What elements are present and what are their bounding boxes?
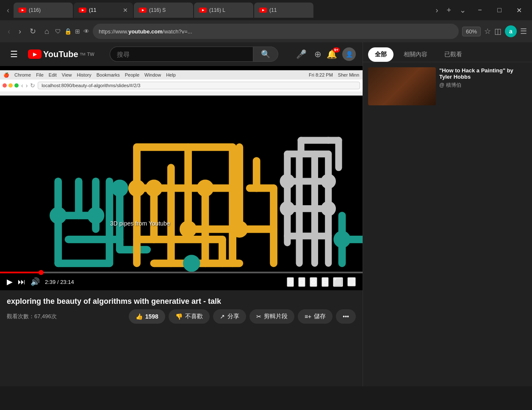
maximize-btn[interactable]: □ bbox=[490, 3, 509, 18]
play-pause-btn[interactable]: ▶ bbox=[7, 277, 13, 286]
url-text: https://www.youtube.com/watch?v=... bbox=[99, 28, 453, 35]
volume-btn[interactable]: 🔊 bbox=[30, 277, 40, 286]
autoplay-btn[interactable]: ⊙ bbox=[287, 277, 294, 287]
save-label: 儲存 bbox=[314, 313, 326, 320]
svg-point-35 bbox=[149, 183, 159, 193]
save-button[interactable]: ≡+ 儲存 bbox=[298, 309, 332, 324]
tab-2-close[interactable]: ✕ bbox=[123, 7, 128, 14]
nested-chrome-menu: Chrome bbox=[14, 72, 31, 77]
new-tab-btn[interactable]: + bbox=[443, 4, 454, 17]
video-frame: 🍎 Chrome File Edit View History Bookmark… bbox=[0, 66, 363, 290]
nested-file-menu: File bbox=[36, 72, 44, 77]
nested-help-menu: Help bbox=[166, 72, 176, 77]
maximize-dot bbox=[14, 83, 19, 88]
minimize-btn[interactable]: − bbox=[470, 3, 490, 18]
back-btn[interactable]: ‹ bbox=[5, 25, 13, 38]
sidebar-tab-all[interactable]: 全部 bbox=[368, 47, 393, 62]
forward-btn[interactable]: › bbox=[16, 25, 24, 38]
security-icons: 🛡 🔒 ⊞ 👁 bbox=[55, 28, 89, 35]
nested-history-menu: History bbox=[77, 72, 91, 77]
user-avatar[interactable]: 👤 bbox=[342, 47, 356, 61]
browser-chrome: ‹ (116) (11 ✕ (116) S (116) L (11 bbox=[0, 0, 532, 42]
sidebar-tab-related[interactable]: 相關內容 bbox=[397, 47, 434, 62]
nested-back-btn: ‹ bbox=[21, 82, 23, 89]
tab-4[interactable]: (116) L bbox=[194, 3, 253, 18]
subtitles-btn[interactable]: ⊡ bbox=[298, 277, 305, 287]
youtube-logo[interactable]: YouTube TM TW bbox=[28, 50, 94, 59]
share-button[interactable]: ↗ 分享 bbox=[213, 309, 246, 324]
shield-icon: 🛡 bbox=[55, 28, 61, 35]
nested-menu-bar: 🍎 Chrome File Edit View History Bookmark… bbox=[0, 70, 363, 80]
account-icon[interactable]: a bbox=[505, 25, 517, 37]
tab-2[interactable]: (11 ✕ bbox=[74, 3, 133, 18]
youtube-logo-icon bbox=[28, 50, 42, 59]
rec-title: "How to Hack a Painting" by Tyler Hobbs bbox=[439, 67, 527, 80]
like-button[interactable]: 👍 1598 bbox=[129, 309, 165, 324]
notifications-btn[interactable]: 🔔 9+ bbox=[327, 49, 337, 59]
svg-point-47 bbox=[283, 204, 291, 212]
create-icon: ⊕ bbox=[314, 49, 321, 59]
share-icon: ↗ bbox=[220, 313, 225, 320]
settings-btn[interactable]: ⚙ bbox=[310, 277, 317, 287]
tab-1-label: (116) bbox=[29, 7, 41, 13]
close-dot bbox=[3, 83, 7, 88]
tab-3[interactable]: (116) S bbox=[134, 3, 193, 18]
hamburger-menu[interactable]: ☰ bbox=[7, 46, 21, 63]
tab-list-btn[interactable]: ⌄ bbox=[456, 4, 469, 17]
youtube-tm: TM bbox=[80, 52, 86, 56]
nested-edit-menu: Edit bbox=[49, 72, 57, 77]
svg-point-49 bbox=[324, 204, 332, 212]
clip-label: 剪輯片段 bbox=[264, 313, 288, 320]
menu-icon[interactable]: ☰ bbox=[520, 27, 527, 36]
youtube-header: ☰ YouTube TM TW 🔍 🎤 ⊕ 🔔 9+ � bbox=[0, 42, 363, 66]
svg-point-33 bbox=[183, 224, 193, 234]
bookmark-icon[interactable]: ☆ bbox=[484, 27, 491, 36]
tab-scroll-right[interactable]: › bbox=[432, 4, 441, 17]
pocket-icon[interactable]: ◫ bbox=[494, 27, 502, 36]
theater-btn[interactable]: ⬜ bbox=[333, 277, 343, 287]
video-watermark: 3D pipes from Youtube bbox=[110, 220, 170, 227]
nested-time: Fri 8:22 PM bbox=[309, 72, 333, 77]
tab-1-yt-icon bbox=[19, 8, 26, 13]
video-controls: ▶ ⏭ 🔊 2:39 / 23:14 ⊙ ⊡ ⚙ ⊟ ⬜ ⛶ bbox=[0, 273, 363, 290]
video-player[interactable]: 🍎 Chrome File Edit View History Bookmark… bbox=[0, 66, 363, 290]
minimize-dot bbox=[8, 83, 13, 88]
refresh-btn[interactable]: ↻ bbox=[27, 25, 39, 38]
nested-window-menu: Window bbox=[144, 72, 161, 77]
tracking-icon: 👁 bbox=[83, 28, 89, 35]
close-btn[interactable]: ✕ bbox=[509, 3, 529, 18]
fullscreen-btn[interactable]: ⛶ bbox=[347, 277, 356, 286]
zoom-level[interactable]: 60% bbox=[462, 27, 481, 36]
next-btn[interactable]: ⏭ bbox=[18, 278, 25, 286]
video-content: 🍎 Chrome File Edit View History Bookmark… bbox=[0, 66, 363, 290]
nested-user: Sher Minn bbox=[338, 72, 359, 77]
miniplayer-btn[interactable]: ⊟ bbox=[321, 277, 329, 287]
more-button[interactable]: ••• bbox=[336, 309, 356, 324]
youtube-app: ☰ YouTube TM TW 🔍 🎤 ⊕ 🔔 9+ � bbox=[0, 42, 532, 386]
recommendation-item[interactable]: "How to Hack a Painting" by Tyler Hobbs … bbox=[368, 67, 527, 105]
tab-1[interactable]: (116) bbox=[14, 3, 73, 18]
tab-scroll-left[interactable]: ‹ bbox=[3, 3, 13, 17]
tab-3-label: (116) S bbox=[149, 7, 166, 13]
rec-thumbnail bbox=[368, 67, 436, 105]
tab-4-label: (116) L bbox=[209, 7, 225, 13]
save-icon: ≡+ bbox=[305, 313, 311, 320]
create-btn[interactable]: ⊕ bbox=[314, 49, 321, 59]
dislike-button[interactable]: 👎 不喜歡 bbox=[169, 309, 210, 324]
search-input[interactable] bbox=[110, 47, 253, 62]
home-btn[interactable]: ⌂ bbox=[42, 25, 52, 38]
tab-bar-actions: › + ⌄ bbox=[432, 4, 469, 17]
url-bar[interactable]: https://www.youtube.com/watch?v=... bbox=[93, 24, 459, 39]
tab-5[interactable]: (11 bbox=[254, 3, 313, 18]
notification-badge: 9+ bbox=[333, 47, 340, 52]
dislike-label: 不喜歡 bbox=[185, 313, 203, 320]
svg-point-37 bbox=[187, 259, 197, 268]
clip-button[interactable]: ✂ 剪輯片段 bbox=[249, 309, 294, 324]
search-bar: 🔍 bbox=[110, 47, 278, 62]
search-button[interactable]: 🔍 bbox=[253, 47, 278, 62]
video-meta: 觀看次數：67,496次 👍 1598 👎 不喜歡 ↗ 分享 bbox=[7, 309, 356, 324]
sidebar-tab-watched[interactable]: 已觀看 bbox=[438, 47, 469, 62]
tab-2-label: (11 bbox=[89, 7, 96, 13]
microphone-btn[interactable]: 🎤 bbox=[294, 47, 309, 62]
svg-point-12 bbox=[91, 211, 101, 220]
